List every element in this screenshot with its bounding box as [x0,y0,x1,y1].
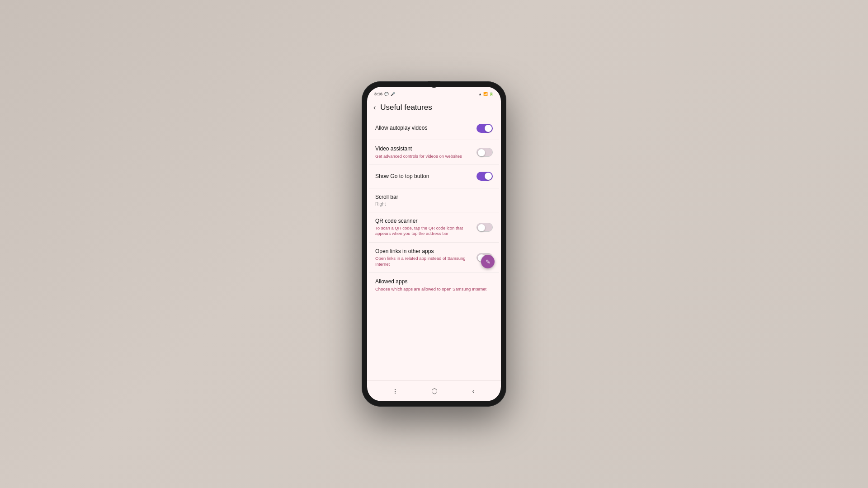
nav-home-button[interactable]: ⬡ [431,387,438,395]
status-bar: 3:16 💬 🎤 ▲ 📶 🔋 [367,87,501,99]
toggle-thumb-qr-code [478,224,485,231]
setting-item-allowed-apps[interactable]: Allowed apps Choose which apps are allow… [369,273,499,297]
bottom-nav: ⫶ ⬡ ‹ [367,380,501,401]
setting-title-open-links: Open links in other apps [375,248,472,255]
setting-value-scroll-bar: Right [375,202,488,206]
phone-frame: 3:16 💬 🎤 ▲ 📶 🔋 ‹ Useful features [362,81,506,407]
setting-title-allowed-apps: Allowed apps [375,278,488,286]
signal-icon: 📶 [483,92,488,96]
setting-item-show-go-to-top[interactable]: Show Go to top button [369,165,499,188]
wifi-icon: ▲ [478,92,482,96]
toggle-qr-code-scanner[interactable] [476,223,493,232]
toggle-thumb-video-assistant [478,149,485,156]
header: ‹ Useful features [367,99,501,117]
setting-title-video-assistant: Video assistant [375,145,472,153]
setting-item-qr-code-scanner[interactable]: QR code scanner To scan a QR code, tap t… [369,212,499,243]
status-right: ▲ 📶 🔋 [478,92,494,96]
setting-subtitle-qr-code-scanner: To scan a QR code, tap the QR code icon … [375,225,472,237]
setting-subtitle-video-assistant: Get advanced controls for videos on webs… [375,154,472,159]
setting-title-allow-autoplay: Allow autoplay videos [375,125,472,132]
toggle-allow-autoplay[interactable] [476,124,493,133]
setting-subtitle-open-links: Open links in a related app instead of S… [375,256,472,267]
setting-title-scroll-bar: Scroll bar [375,194,488,201]
setting-subtitle-allowed-apps: Choose which apps are allowed to open Sa… [375,286,488,292]
nav-recents-button[interactable]: ⫶ [393,387,397,395]
phone-screen: 3:16 💬 🎤 ▲ 📶 🔋 ‹ Useful features [367,87,501,401]
setting-title-show-go-to-top: Show Go to top button [375,173,472,180]
setting-item-allow-autoplay-videos[interactable]: Allow autoplay videos [369,117,499,140]
setting-title-qr-code-scanner: QR code scanner [375,218,472,225]
back-nav-icon: ‹ [472,387,475,395]
setting-item-open-links-other-apps[interactable]: Open links in other apps Open links in a… [369,243,499,273]
edit-fab-button[interactable]: ✎ [481,255,495,268]
setting-item-scroll-bar[interactable]: Scroll bar Right [369,188,499,212]
page-title: Useful features [380,103,432,112]
home-icon: ⬡ [431,387,438,395]
back-button[interactable]: ‹ [373,103,376,112]
voice-icon: 🎤 [391,92,395,96]
toggle-video-assistant[interactable] [476,148,493,157]
scene: 3:16 💬 🎤 ▲ 📶 🔋 ‹ Useful features [0,0,868,488]
toggle-thumb [485,125,492,132]
time-display: 3:16 [374,92,382,96]
nav-back-button[interactable]: ‹ [472,387,475,395]
status-left: 3:16 💬 🎤 [374,92,395,96]
settings-list: Allow autoplay videos Video assistant Ge… [367,117,501,380]
toggle-show-go-to-top[interactable] [476,172,493,181]
recents-icon: ⫶ [393,387,397,395]
toggle-thumb-show-go-to-top [485,173,492,180]
setting-item-video-assistant[interactable]: Video assistant Get advanced controls fo… [369,140,499,165]
battery-icon: 🔋 [489,92,494,96]
edit-icon: ✎ [486,258,491,265]
message-icon: 💬 [384,92,389,96]
